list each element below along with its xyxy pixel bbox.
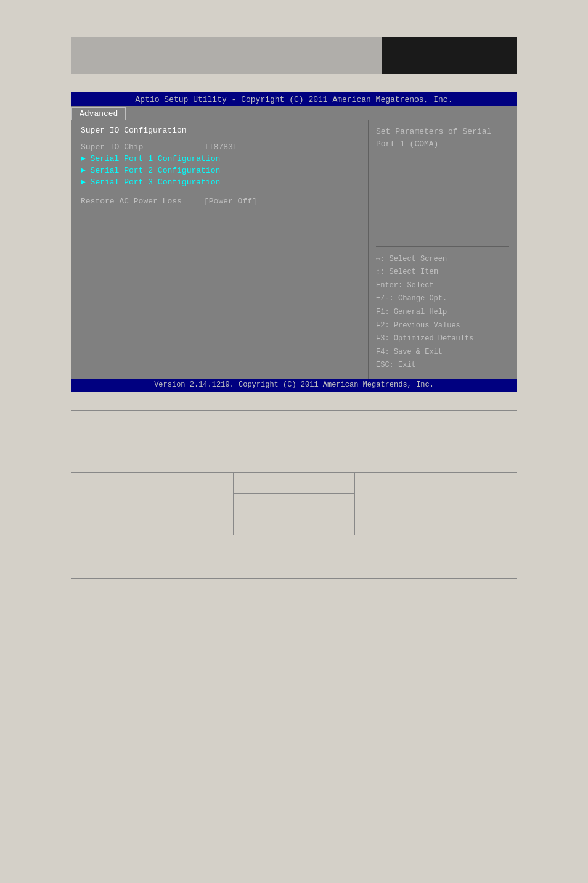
middle-cell-mid — [234, 494, 354, 515]
help-text: Set Parameters of Serial Port 1 (COMA) — [376, 126, 509, 240]
middle-cell-bot — [234, 514, 354, 535]
middle-cell-top — [234, 473, 354, 494]
bios-right-panel: Set Parameters of Serial Port 1 (COMA) ↔… — [369, 120, 517, 379]
lower-row-3 — [71, 473, 517, 535]
section-title: Super IO Configuration — [81, 126, 359, 135]
restore-row: Restore AC Power Loss [Power Off] — [81, 197, 359, 206]
shortcut-f3: F3: Optimized Defaults — [376, 332, 509, 346]
lower-row-4 — [71, 535, 517, 578]
bios-content: Super IO Configuration Super IO Chip IT8… — [71, 120, 517, 379]
lower-row-3-right — [355, 473, 517, 535]
bios-footer: Version 2.14.1219. Copyright (C) 2011 Am… — [71, 379, 517, 391]
serial-port-2-item[interactable]: Serial Port 2 Configuration — [81, 166, 359, 175]
lower-row-3-left — [71, 473, 234, 535]
shortcut-esc: ESC: Exit — [376, 359, 509, 372]
shortcut-f4: F4: Save & Exit — [376, 346, 509, 359]
divider — [376, 246, 509, 247]
header-left — [71, 37, 382, 74]
chip-row: Super IO Chip IT8783F — [81, 142, 359, 152]
lower-table — [71, 410, 517, 579]
lower-row-1 — [71, 411, 517, 454]
bios-tab-bar: Advanced — [71, 106, 517, 120]
serial-port-3-item[interactable]: Serial Port 3 Configuration — [81, 178, 359, 187]
bios-left-panel: Super IO Configuration Super IO Chip IT8… — [71, 120, 369, 379]
serial-port-1-item[interactable]: Serial Port 1 Configuration — [81, 154, 359, 163]
shortcut-f1: F1: General Help — [376, 306, 509, 319]
lower-cell-1-3 — [356, 411, 517, 454]
shortcuts-list: ↔: Select Screen ↕: Select Item Enter: S… — [376, 253, 509, 372]
bios-screen: Aptio Setup Utility - Copyright (C) 2011… — [71, 92, 517, 392]
lower-row-3-middle — [234, 473, 355, 535]
bottom-divider — [71, 604, 517, 604]
lower-row-2 — [71, 454, 517, 473]
chip-value: IT8783F — [204, 142, 238, 152]
shortcut-f2: F2: Previous Values — [376, 319, 509, 333]
shortcut-select-item: ↕: Select Item — [376, 266, 509, 279]
restore-label: Restore AC Power Loss — [81, 197, 204, 206]
lower-cell-1-1 — [71, 411, 232, 454]
chip-label: Super IO Chip — [81, 142, 204, 152]
tab-advanced[interactable]: Advanced — [71, 107, 126, 120]
bios-title: Aptio Setup Utility - Copyright (C) 2011… — [71, 93, 517, 106]
shortcut-select-screen: ↔: Select Screen — [376, 253, 509, 266]
top-header — [71, 37, 517, 74]
lower-cell-1-2 — [232, 411, 356, 454]
shortcut-change-opt: +/-: Change Opt. — [376, 292, 509, 306]
shortcut-enter: Enter: Select — [376, 279, 509, 293]
restore-value: [Power Off] — [204, 197, 257, 206]
header-right — [382, 37, 517, 74]
